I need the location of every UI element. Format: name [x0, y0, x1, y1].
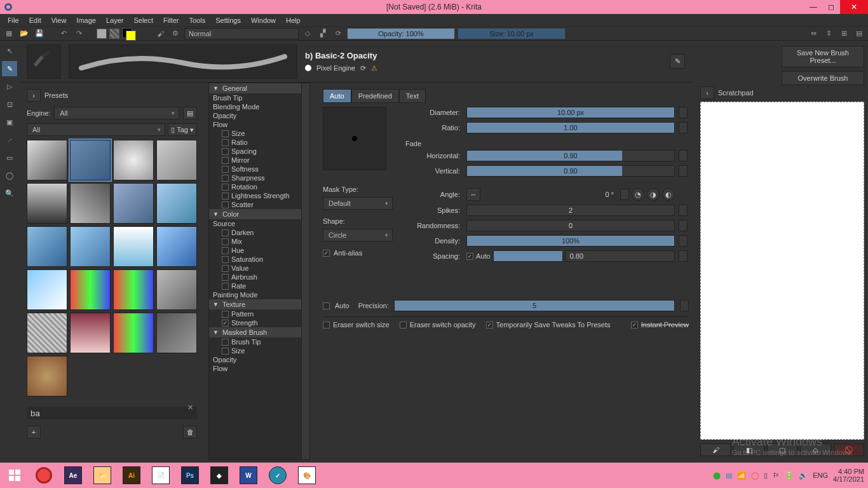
save-new-preset-button[interactable]: Save New Brush Preset...	[782, 46, 864, 67]
brush-thumb[interactable]	[70, 140, 111, 180]
density-slider[interactable]: 100%	[466, 235, 675, 247]
precision-auto-check[interactable]	[323, 302, 330, 309]
start-button[interactable]	[0, 463, 29, 488]
menu-select[interactable]: Select	[128, 15, 158, 25]
setting-masked-flow[interactable]: Flow	[209, 364, 309, 373]
brush-thumb[interactable]	[27, 269, 67, 310]
ratio-slider[interactable]: 1.00	[466, 122, 675, 133]
setting-rate[interactable]: Rate	[209, 281, 309, 290]
instant-preview-check[interactable]: ✓	[631, 322, 638, 329]
temp-save-check[interactable]: ✓	[486, 322, 493, 329]
randomness-slider[interactable]: 0	[466, 220, 675, 231]
horizontal-slider[interactable]: 0.90	[466, 150, 675, 161]
setting-ratio[interactable]: Ratio	[209, 138, 309, 147]
menu-window[interactable]: Window	[246, 15, 281, 25]
scratch-gradient-icon[interactable]: ◧	[733, 444, 764, 456]
blend-mode-dropdown[interactable]: Normal	[184, 28, 299, 39]
setting-masked-tip[interactable]: Brush Tip	[209, 337, 309, 346]
new-icon[interactable]: ▦	[3, 27, 15, 40]
task-doc[interactable]: 📄	[146, 463, 175, 488]
tray-opera-icon[interactable]: ◯	[751, 471, 759, 480]
angle-button[interactable]: ↔	[466, 188, 480, 201]
setting-mix[interactable]: Mix	[209, 237, 309, 246]
setting-flow[interactable]: Flow	[209, 120, 309, 129]
task-ae[interactable]: Ae	[58, 463, 88, 488]
spikes-stepper[interactable]	[679, 205, 688, 216]
task-word[interactable]: W	[234, 463, 263, 488]
tray-volume-icon[interactable]: 🔊	[799, 471, 808, 480]
line-tool[interactable]: ▷	[2, 79, 17, 94]
brush-thumb[interactable]	[113, 140, 154, 180]
select-tool[interactable]: ▭	[2, 150, 17, 165]
setting-size[interactable]: Size	[209, 129, 309, 138]
zoom-tool[interactable]: 🔍	[2, 186, 17, 201]
setting-spacing[interactable]: Spacing	[209, 147, 309, 156]
angle-stepper[interactable]	[620, 189, 629, 200]
menu-edit[interactable]: Edit	[24, 15, 46, 25]
workspace-chooser-icon[interactable]: ▤	[853, 27, 865, 40]
scratch-clear-icon[interactable]: ◇	[800, 444, 831, 456]
vertical-slider[interactable]: 0.90	[466, 165, 675, 177]
menu-filter[interactable]: Filter	[158, 15, 184, 25]
mask-type-dropdown[interactable]: Default	[323, 197, 393, 210]
brush-thumb[interactable]	[70, 269, 111, 310]
scratch-brush-icon[interactable]: 🖌	[700, 444, 731, 456]
randomness-stepper[interactable]	[679, 220, 688, 231]
redo-icon[interactable]: ↷	[72, 27, 85, 40]
brush-thumb[interactable]	[156, 226, 197, 267]
crop-tool[interactable]: ⊡	[2, 97, 17, 112]
brush-thumb[interactable]	[27, 313, 67, 353]
brush-thumb[interactable]	[27, 183, 67, 224]
task-app[interactable]: ✓	[263, 463, 292, 488]
wrap-icon[interactable]: ⊞	[837, 27, 850, 40]
antialias-check[interactable]: ✓	[323, 250, 330, 257]
tray-action-icon[interactable]: ▯	[764, 471, 768, 480]
brush-thumb[interactable]	[156, 313, 197, 353]
scratch-fill-icon[interactable]: ▢	[767, 444, 797, 456]
fill-tool[interactable]: ▣	[2, 114, 17, 130]
setting-scatter[interactable]: Scatter	[209, 200, 309, 209]
menu-help[interactable]: Help	[281, 15, 306, 25]
menu-settings[interactable]: Settings	[210, 15, 246, 25]
setting-saturation[interactable]: Saturation	[209, 255, 309, 264]
measure-tool[interactable]: ⟋	[2, 132, 17, 147]
vertical-stepper[interactable]	[679, 165, 688, 177]
ellipse-select-tool[interactable]: ◯	[2, 168, 17, 183]
horizontal-stepper[interactable]	[679, 150, 688, 161]
menu-tools[interactable]: Tools	[184, 15, 211, 25]
tray-battery-icon[interactable]: 🔋	[785, 471, 794, 480]
setting-softness[interactable]: Softness	[209, 165, 309, 173]
angle-random-icon[interactable]: ◐	[662, 188, 675, 201]
setting-painting-mode[interactable]: Painting Mode	[209, 290, 309, 299]
precision-slider[interactable]: 5	[394, 300, 675, 311]
brush-thumb[interactable]	[113, 313, 154, 353]
brush-thumb[interactable]	[70, 226, 111, 267]
undo-icon[interactable]: ↶	[57, 27, 70, 40]
preset-search-input[interactable]	[27, 407, 197, 419]
menu-file[interactable]: File	[3, 15, 24, 25]
angle-reset-icon[interactable]: ◔	[632, 188, 644, 201]
rename-button[interactable]: ✎	[670, 54, 685, 69]
menu-image[interactable]: Image	[71, 15, 101, 25]
brush-thumb[interactable]	[113, 269, 154, 310]
presets-collapse-button[interactable]: ›	[27, 89, 41, 102]
close-button[interactable]: ✕	[840, 0, 868, 14]
task-opera[interactable]	[29, 463, 58, 488]
task-ps[interactable]: Ps	[175, 463, 205, 488]
clear-search-icon[interactable]: ✕	[187, 403, 193, 412]
setting-hue[interactable]: Hue	[209, 246, 309, 255]
scratchpad-canvas[interactable]	[700, 102, 864, 440]
delete-preset-button[interactable]: 🗑	[183, 426, 197, 438]
brush-thumb[interactable]	[113, 226, 154, 267]
diameter-stepper[interactable]	[679, 107, 688, 118]
setting-rotation[interactable]: Rotation	[209, 182, 309, 191]
brush-thumb[interactable]	[156, 183, 197, 224]
alpha-icon[interactable]: ▞	[316, 27, 329, 40]
spikes-slider[interactable]: 2	[466, 205, 675, 216]
brush-thumb[interactable]	[27, 226, 67, 267]
reload-engine-icon[interactable]: ⟳	[360, 64, 366, 72]
scratch-delete-icon[interactable]: 🚫	[834, 444, 864, 456]
maximize-button[interactable]: ◻	[822, 0, 840, 14]
brush-thumb[interactable]	[70, 183, 111, 224]
ratio-stepper[interactable]	[679, 122, 688, 133]
